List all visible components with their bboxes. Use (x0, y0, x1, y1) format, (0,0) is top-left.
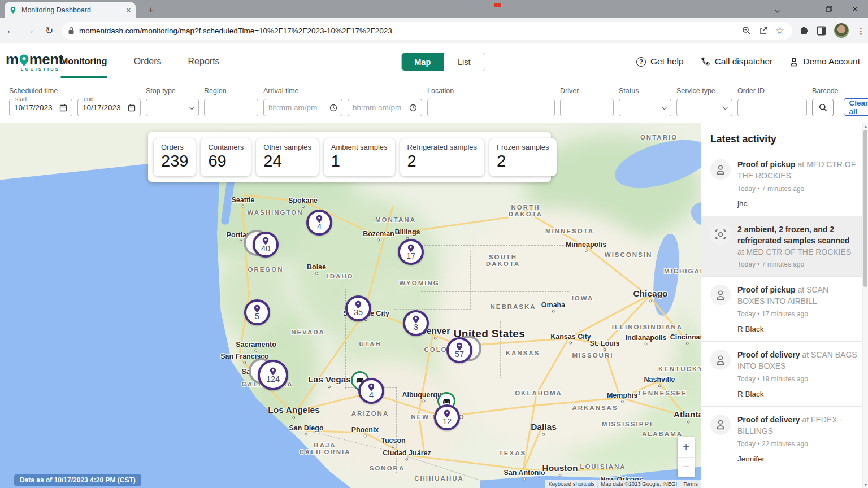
scrollbar-thumb[interactable] (863, 130, 867, 287)
nav-orders[interactable]: Orders (134, 43, 162, 80)
activity-icon-chip (710, 415, 731, 435)
map-label: NEBRASKA (490, 303, 536, 310)
extensions-puzzle-icon[interactable] (799, 26, 809, 36)
close-window-button[interactable]: ✕ (842, 0, 868, 18)
scroll-up-icon[interactable]: ▲ (863, 124, 868, 128)
map-canvas[interactable]: ONTARIOgSeattleWASHINGTONSpokanePortland… (0, 123, 701, 488)
scheduled-start-input[interactable]: start 10/17/2023 (9, 99, 72, 116)
nav-reports[interactable]: Reports (188, 43, 220, 80)
calendar-icon[interactable] (128, 104, 136, 112)
map-cluster-marker[interactable]: 12 (434, 404, 460, 430)
calendar-icon[interactable] (59, 104, 67, 112)
activity-item[interactable]: Proof of delivery at FEDEX - BILLINGS To… (701, 406, 868, 471)
activity-item[interactable]: Proof of pickup at SCAN BOXES INTO AIRBI… (701, 276, 868, 341)
map-label: Tucson (381, 437, 406, 448)
location-input[interactable] (427, 99, 555, 116)
map-label: Atlanta (674, 409, 701, 424)
terms-link[interactable]: Terms (680, 480, 701, 488)
activity-action: Proof of pickup (737, 160, 796, 169)
clear-all-button[interactable]: Clear all (844, 98, 868, 116)
activity-action: Proof of delivery (737, 350, 800, 359)
zoom-in-button[interactable]: + (678, 437, 695, 457)
map-label: ILLINOIS (612, 324, 649, 330)
map-cluster-marker[interactable]: 17 (398, 239, 424, 265)
activity-action: Proof of pickup (737, 285, 796, 294)
scheduled-end-input[interactable]: end 10/17/2023 (77, 99, 141, 116)
call-dispatcher-button[interactable]: Call dispatcher (701, 56, 773, 67)
status-select[interactable] (619, 99, 671, 116)
cluster-count: 12 (442, 417, 452, 426)
url-bar[interactable]: momentdash.com/monitoring/map?f.schedule… (62, 22, 792, 40)
forward-button[interactable]: → (21, 22, 38, 39)
map-cluster-marker[interactable]: 35 (345, 295, 371, 321)
location-label: Location (427, 87, 555, 95)
activity-time: Today • 22 minutes ago (737, 440, 858, 448)
activity-item[interactable]: Proof of delivery at SCAN BAGS INTO BOXE… (701, 341, 868, 406)
tab-close-icon[interactable]: ✕ (126, 7, 131, 14)
map-cluster-marker[interactable]: 57 (446, 337, 472, 363)
keyboard-shortcuts-link[interactable]: Keyboard shortcuts (545, 480, 597, 488)
maximize-button[interactable] (816, 0, 842, 18)
region-input[interactable] (204, 99, 258, 116)
activity-item[interactable]: 2 ambient, 2 frozen, and 2 refrigerated … (701, 216, 868, 277)
side-panel-icon[interactable] (817, 26, 826, 36)
new-tab-button[interactable]: + (144, 3, 158, 18)
map-label: NEVADA (291, 329, 325, 336)
bookmark-star-icon[interactable]: ☆ (776, 26, 784, 36)
map-label: San Diego (289, 424, 323, 436)
get-help-button[interactable]: ? Get help (636, 56, 684, 67)
cluster-count: 17 (406, 251, 415, 260)
stat-value: 2 (407, 152, 478, 171)
kebab-menu-icon[interactable]: ⋮ (857, 27, 865, 35)
browser-tab-bar: Monitoring Dashboard ✕ + — ✕ (0, 0, 868, 18)
zoom-out-button[interactable]: − (678, 457, 695, 477)
map-label: Ciudad Juárez (383, 449, 431, 461)
map-cluster-marker[interactable]: 40 (253, 232, 279, 258)
map-cluster-marker[interactable]: 124 (258, 360, 288, 390)
arrival-from-input[interactable]: hh:mm am/pm (263, 99, 342, 116)
zoom-indicator-icon[interactable] (742, 26, 751, 35)
nav-monitoring[interactable]: Monitoring (60, 43, 107, 80)
clock-icon[interactable] (329, 104, 337, 112)
stop-type-select[interactable] (146, 99, 199, 116)
map-cluster-marker[interactable]: 4 (358, 378, 384, 404)
activity-location: MED CTR OF THE ROCKIES (747, 247, 852, 256)
toggle-list-button[interactable]: List (444, 53, 485, 71)
account-menu[interactable]: Demo Account (789, 56, 860, 67)
filter-bar: Scheduled time start 10/17/2023 end 10/1… (0, 80, 868, 123)
browser-tab[interactable]: Monitoring Dashboard ✕ (5, 2, 136, 18)
minimize-button[interactable]: — (790, 0, 816, 18)
toggle-map-button[interactable]: Map (402, 53, 444, 71)
service-type-select[interactable] (676, 99, 732, 116)
stat-card: Orders 239 (154, 138, 196, 176)
activity-time: Today • 19 minutes ago (737, 375, 858, 383)
share-icon[interactable] (759, 26, 768, 35)
driver-input[interactable] (560, 99, 614, 116)
tab-search-chevron-icon[interactable] (764, 0, 790, 18)
arrival-time-label: Arrival time (263, 87, 422, 95)
activity-item[interactable]: Proof of pickup at MED CTR OF THE ROCKIE… (701, 151, 868, 216)
stat-label: Frozen samples (497, 143, 549, 151)
stat-value: 69 (208, 152, 244, 171)
order-id-input[interactable] (737, 99, 807, 116)
barcode-search-button[interactable] (812, 99, 834, 116)
scroll-down-icon[interactable]: ▼ (863, 483, 868, 487)
map-label: Spokane (288, 197, 318, 208)
sidebar-scrollbar[interactable]: ▲ ▼ (862, 123, 868, 488)
activity-time: Today • 7 minutes ago (737, 185, 858, 193)
person-icon (715, 355, 726, 365)
reload-button[interactable]: ↻ (41, 22, 58, 39)
arrival-to-input[interactable]: hh:mm am/pm (348, 99, 422, 116)
clock-icon[interactable] (409, 104, 417, 112)
map-label: MISSOURI (572, 352, 614, 359)
map-cluster-marker[interactable]: 4 (306, 210, 332, 236)
map-label: Billings (394, 228, 420, 240)
profile-avatar[interactable] (834, 23, 849, 38)
map-label: WASHINGTON (247, 209, 303, 216)
activity-connector: at (802, 415, 809, 424)
moment-logo[interactable]: m ment LOGISTICS (6, 51, 60, 72)
status-label: Status (619, 87, 671, 95)
map-cluster-marker[interactable]: 5 (244, 299, 270, 325)
map-cluster-marker[interactable]: 3 (403, 310, 429, 336)
back-button[interactable]: ← (2, 22, 19, 39)
